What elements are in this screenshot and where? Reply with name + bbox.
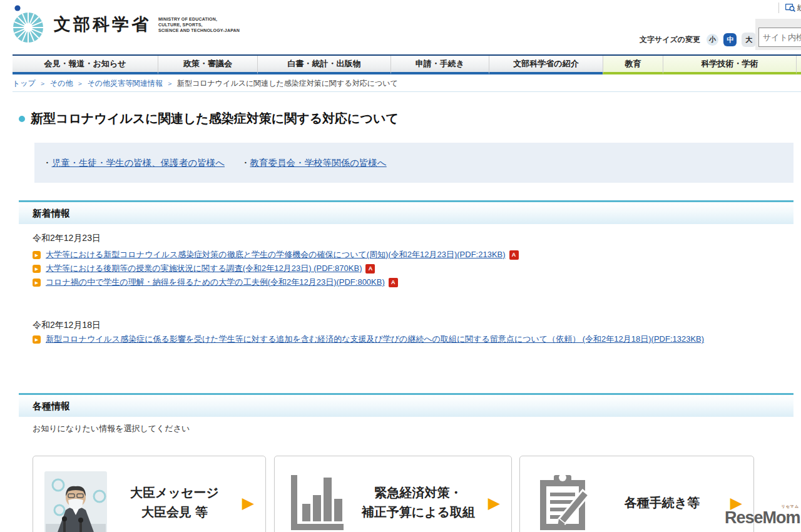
title-bullet-icon [19,116,25,122]
arrow-bullet-icon [33,279,41,287]
news-date-1218: 令和2年12月18日 [33,320,101,331]
news-item: コロナ禍の中で学生の理解・納得を得るための大学の工夫例(令和2年12月23日)(… [33,277,398,288]
news-item: 大学等における新型コロナウイルス感染症対策の徹底と学生の学修機会の確保について(… [33,249,519,260]
card-economic-measures[interactable]: 緊急経済対策・ 補正予算による取組 ▶ [274,456,512,532]
site-search-input[interactable] [758,28,801,47]
breadcrumb: トップ＞その他＞その他災害等関連情報＞新型コロナウイルスに関連した感染症対策に関… [13,78,398,89]
arrow-bullet-icon [33,251,41,259]
resemom-watermark: リセマム ReseMom. [725,508,801,528]
news-item: 大学等における後期等の授業の実施状況に関する調査(令和2年12月23日) (PD… [33,263,375,274]
breadcrumb-disaster-info[interactable]: その他災害等関連情報 [87,79,163,88]
font-size-label: 文字サイズの変更 [640,34,700,45]
font-size-control: 文字サイズの変更 小 中 大 [640,33,761,47]
info-instruction: お知りになりたい情報を選択してください [33,423,190,434]
font-size-small-button[interactable]: 小 [707,34,718,46]
nav-applications-procedures[interactable]: 申請・手続き [390,56,489,74]
ministry-name: 文部科学省 [54,13,151,36]
news-link-2[interactable]: 大学等における後期等の授業の実施状況に関する調査(令和2年12月23日) (PD… [46,263,362,274]
font-size-medium-button[interactable]: 中 [723,33,737,46]
card-label: 緊急経済対策・ 補正予算による取組 [349,483,488,522]
audience-link-students: ・児童・生徒・学生の皆様、保護者の皆様へ [43,157,225,169]
news-section-header: 新着情報 [19,200,793,224]
global-nav: 会見・報道・お知らせ 政策・審議会 白書・統計・出版物 申請・手続き 文部科学省… [13,54,801,74]
refine-search-icon [785,4,795,12]
nav-whitepapers-statistics[interactable]: 白書・統計・出版物 [257,56,390,74]
nav-about-mext[interactable]: 文部科学省の紹介 [489,56,603,74]
audience-link-boards: ・教育委員会・学校等関係の皆様へ [241,157,387,169]
ministry-name-english: MINISTRY OF EDUCATION, CULTURE, SPORTS, … [158,16,240,33]
breadcrumb-current: 新型コロナウイルスに関連した感染症対策に関する対応について [177,79,398,88]
card-label: 大臣メッセージ 大臣会見 等 [107,483,242,522]
page-title: 新型コロナウイルスに関連した感染症対策に関する対応について [31,110,399,127]
breadcrumb-others[interactable]: その他 [50,79,73,88]
news-item: 新型コロナウイルス感染症に係る影響を受けた学生等に対する追加を含む経済的な支援及… [33,334,704,345]
audience-link-box: ・児童・生徒・学生の皆様、保護者の皆様へ ・教育委員会・学校等関係の皆様へ [34,143,793,183]
breadcrumb-home[interactable]: トップ [13,79,36,88]
font-size-large-button[interactable]: 大 [742,33,756,47]
pdf-icon[interactable] [509,250,519,260]
news-link-4[interactable]: 新型コロナウイルス感染症に係る影響を受けた学生等に対する追加を含む経済的な支援及… [46,334,704,345]
refine-search-label: 絞り込み検索 [797,3,801,13]
news-link-1[interactable]: 大学等における新型コロナウイルス感染症対策の徹底と学生の学修機会の確保について(… [46,249,506,260]
pdf-icon[interactable] [365,264,375,274]
card-label: 各種手続き等 [594,493,730,513]
arrow-bullet-icon [33,335,41,344]
minister-photo [44,471,107,532]
news-date-1223: 令和2年12月23日 [33,233,101,244]
mext-emblem-icon [13,5,46,44]
nav-partial-tab[interactable] [796,56,801,74]
card-arrow-icon: ▶ [488,494,500,512]
nav-press-news[interactable]: 会見・報道・お知らせ [13,56,158,74]
bar-chart-icon [286,471,349,532]
info-section-header: 各種情報 [19,393,793,417]
refine-search-link[interactable]: 絞り込み検索 [778,3,801,13]
card-procedures[interactable]: 各種手続き等 ▶ [519,456,754,532]
card-arrow-icon: ▶ [242,494,254,512]
pdf-icon[interactable] [389,278,398,287]
info-heading: 各種情報 [19,395,793,417]
nav-education[interactable]: 教育 [603,56,663,74]
resemom-ruby: リセマム [781,504,799,509]
mext-logo[interactable]: 文部科学省 MINISTRY OF EDUCATION, CULTURE, SP… [13,5,240,44]
card-minister-message[interactable]: 大臣メッセージ 大臣会見 等 ▶ [33,456,266,532]
page-title-row: 新型コロナウイルスに関連した感染症対策に関する対応について [19,110,399,127]
arrow-bullet-icon [33,265,41,273]
news-link-3[interactable]: コロナ禍の中で学生の理解・納得を得るための大学の工夫例(令和2年12月23日)(… [46,277,385,288]
nav-policy-councils[interactable]: 政策・審議会 [158,56,257,74]
nav-science-technology[interactable]: 科学技術・学術 [663,56,796,74]
clipboard-pen-icon [531,471,594,532]
breadcrumb-divider [13,91,801,92]
news-heading: 新着情報 [19,202,793,224]
